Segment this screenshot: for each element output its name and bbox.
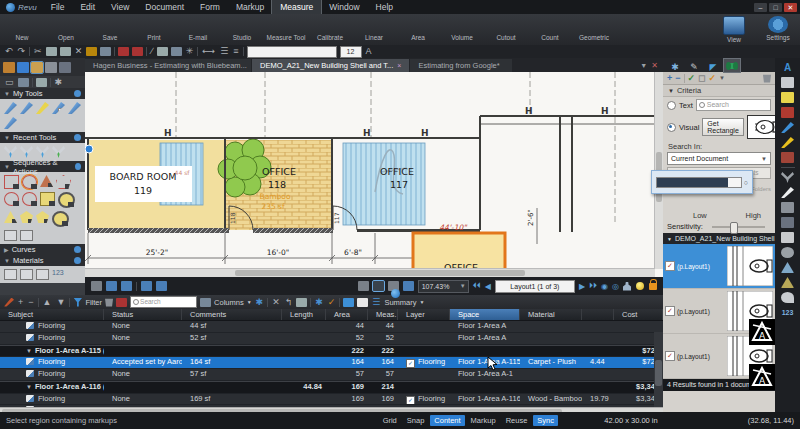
toolbar-button[interactable]: Cutout	[484, 16, 528, 41]
columns-label[interactable]: Columns	[214, 298, 244, 307]
shape-tool-icon[interactable]	[157, 47, 168, 56]
toolbar-button[interactable]: Linear	[352, 16, 396, 41]
next-view-icon[interactable]: ◎	[612, 282, 619, 291]
tab-bar-close-icon[interactable]: ✕	[651, 61, 658, 70]
menu-item[interactable]: Form	[192, 0, 228, 14]
pen-tool-icon[interactable]	[68, 102, 81, 114]
circle-sequence-icon[interactable]	[22, 175, 37, 189]
column-area[interactable]: Area	[326, 309, 368, 320]
toolbar-button[interactable]: Count	[528, 16, 572, 41]
full-screen-icon[interactable]	[141, 281, 152, 291]
minimize-button[interactable]: –	[754, 3, 767, 12]
drawing-horizontal-scrollbar[interactable]	[85, 268, 655, 277]
export-icon[interactable]	[357, 298, 368, 307]
previous-page-icon[interactable]: ◀	[485, 282, 491, 291]
cut-icon[interactable]: ✂	[33, 47, 43, 56]
section-my-tools[interactable]: ▼My Tools	[0, 88, 85, 99]
result-checkbox[interactable]: ✓	[665, 351, 675, 361]
markups-vertical-scrollbar[interactable]	[654, 332, 663, 407]
close-button[interactable]: ✕	[784, 3, 797, 12]
menu-item[interactable]: View	[103, 0, 137, 14]
section-curves[interactable]: ▶Curves	[0, 244, 85, 255]
text-color-icon[interactable]: A	[365, 47, 373, 56]
line-tool-icon[interactable]: ∕	[150, 47, 154, 56]
column-status[interactable]: Status	[104, 309, 182, 320]
toolbar-button[interactable]: Geometric	[572, 16, 616, 41]
columns-gear-icon[interactable]: ✱	[255, 298, 265, 307]
pen-icon[interactable]	[781, 122, 794, 133]
properties-tab[interactable]: ✱	[667, 61, 683, 72]
rectangle-pen-tool-icon[interactable]	[52, 102, 65, 114]
layer-checkbox[interactable]: ✓	[406, 359, 415, 368]
maximize-button[interactable]: □	[769, 3, 782, 12]
copy-icon[interactable]	[46, 47, 57, 56]
count-tool-icon[interactable]	[20, 102, 33, 114]
toolbar-button[interactable]: E-mail	[176, 16, 220, 41]
square-action-icon[interactable]	[40, 192, 55, 206]
filter-icon[interactable]	[73, 298, 82, 307]
check-dropdown-icon[interactable]: ▼	[719, 73, 725, 83]
search-result-row[interactable]: ✓ (p.Layout1) A	[663, 289, 775, 334]
toolbar-button[interactable]: Print	[132, 16, 176, 41]
markup-row[interactable]: ▼Flooring None 52 sf 52 52 ✓ Floor 1-Are…	[0, 333, 663, 345]
snapshot-icon[interactable]	[781, 232, 794, 243]
column-comments[interactable]: Comments	[182, 309, 282, 320]
tab-list-chevron-icon[interactable]: ▼	[640, 62, 647, 69]
toolbar-button[interactable]: Save	[88, 16, 132, 41]
section-gear-icon[interactable]	[74, 134, 81, 141]
menu-item[interactable]: File	[43, 0, 73, 14]
column-material[interactable]: Material	[520, 309, 582, 320]
search-result-row[interactable]: ✓ (p.Layout1) A	[663, 244, 775, 289]
bookmarks-tab-icon[interactable]	[59, 62, 71, 73]
revu-flag-icon[interactable]	[116, 298, 127, 307]
markup-row[interactable]: ▼Floor 1-Area A-116 (2) 44.84 169 214 ✓ …	[0, 381, 663, 394]
font-select[interactable]	[247, 46, 337, 58]
status-toggle[interactable]: Content	[430, 415, 464, 426]
column-rate[interactable]	[582, 309, 614, 320]
polygon-tool-icon[interactable]	[781, 262, 794, 273]
next-page-icon[interactable]: ▶	[579, 282, 585, 291]
menu-item[interactable]: Window	[321, 0, 367, 14]
eraser-icon[interactable]	[781, 77, 794, 88]
paste-icon[interactable]	[60, 47, 71, 56]
markup-row[interactable]: ▼Flooring Accepted set by Aaron Co... 16…	[0, 357, 663, 369]
highlighter-icon[interactable]	[781, 137, 794, 148]
delete-markup-icon[interactable]	[105, 298, 113, 307]
circle-sequence-icon[interactable]	[22, 192, 37, 206]
status-toggle[interactable]: Reuse	[502, 415, 532, 426]
triangle-action-icon[interactable]	[4, 211, 17, 223]
menu-item[interactable]: Document	[137, 0, 192, 14]
tips-bulb-icon[interactable]	[636, 282, 644, 290]
font-size-select[interactable]: 12	[340, 46, 362, 58]
search-results-header[interactable]: ▼DEMO_A21_New Building Shell and ...	[663, 233, 775, 244]
file-access-tab-icon[interactable]	[3, 62, 15, 73]
red-eraser-icon[interactable]	[781, 152, 794, 163]
result-checkbox[interactable]: ✓	[665, 306, 675, 316]
summary-icon[interactable]: ☰	[371, 298, 381, 307]
office-117-carpet-markup[interactable]	[343, 143, 425, 225]
tool-chest-tab-icon[interactable]	[31, 62, 43, 73]
previous-view-icon[interactable]: ◉	[601, 282, 608, 291]
trash-icon[interactable]	[763, 74, 771, 83]
layer-checkbox[interactable]: ✓	[406, 396, 415, 405]
move-up-icon[interactable]: ▲	[42, 298, 53, 307]
count-123-icon[interactable]: 123	[52, 269, 64, 280]
section-gear-icon[interactable]	[75, 163, 81, 170]
thumbnails-tab-icon[interactable]	[17, 62, 29, 73]
column-layer[interactable]: Layer	[398, 309, 450, 320]
document-tab[interactable]: DEMO_A21_New Building Shell and T...×	[252, 59, 409, 72]
status-toggle[interactable]: Sync	[533, 415, 558, 426]
presentation-icon[interactable]	[156, 281, 167, 291]
section-sequences-actions[interactable]: ▼Sequences & Actions	[0, 161, 85, 172]
marker-icon[interactable]	[781, 107, 794, 118]
unlock-icon[interactable]	[649, 283, 657, 290]
circle-action-icon[interactable]	[52, 211, 69, 227]
stamp-icon[interactable]	[781, 217, 794, 228]
section-gear-icon[interactable]	[74, 246, 81, 253]
profile-icon[interactable]	[623, 282, 631, 291]
toolbar-button[interactable]: Volume	[440, 16, 484, 41]
arrow-style-icon[interactable]: ⟷	[201, 47, 216, 56]
markup-tab[interactable]: ✎	[686, 61, 702, 72]
check-all-icon[interactable]: ✓	[688, 73, 696, 83]
search-scope-select[interactable]: Current Document▼	[667, 152, 771, 165]
